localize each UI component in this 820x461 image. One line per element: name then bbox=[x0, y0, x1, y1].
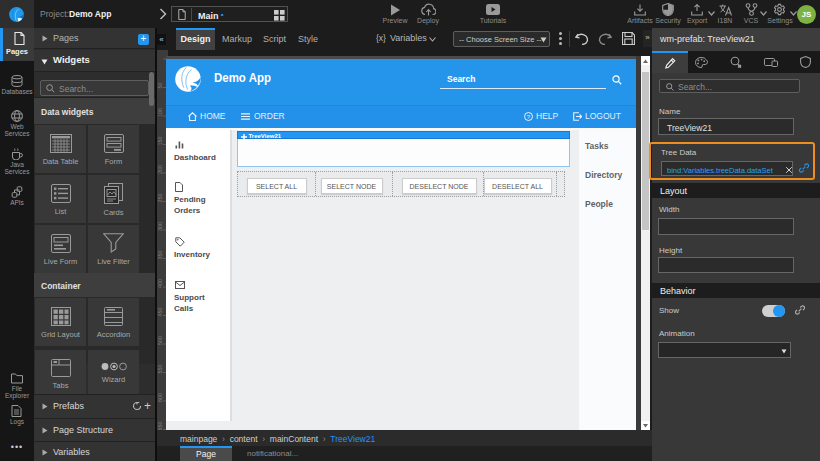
svg-text:500: 500 bbox=[157, 336, 163, 345]
svg-text:350: 350 bbox=[157, 250, 163, 259]
svg-text:250: 250 bbox=[157, 193, 163, 202]
svg-text:600: 600 bbox=[157, 393, 163, 402]
svg-text:50: 50 bbox=[157, 82, 163, 88]
svg-text:450: 450 bbox=[157, 307, 163, 316]
svg-text:300: 300 bbox=[157, 222, 163, 231]
svg-text:550: 550 bbox=[157, 364, 163, 373]
svg-text:150: 150 bbox=[157, 136, 163, 145]
svg-text:200: 200 bbox=[157, 165, 163, 174]
svg-text:400: 400 bbox=[157, 279, 163, 288]
svg-text:?: ? bbox=[527, 114, 531, 120]
svg-text:100: 100 bbox=[157, 108, 163, 117]
